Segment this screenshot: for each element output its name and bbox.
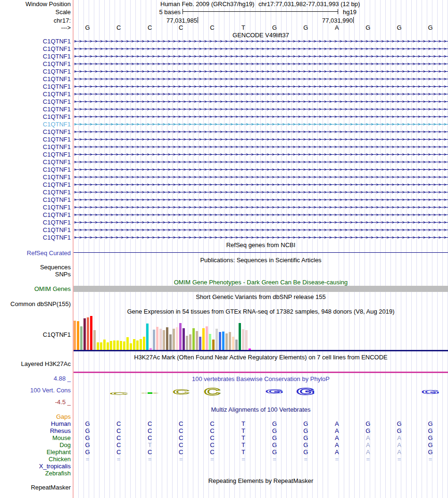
gene-row[interactable]: C1QTNF1>>>>>>>>>>>>>>>>>>>>>>>>>>>>>>>>>… (0, 68, 448, 75)
gene-strand-line[interactable]: >>>>>>>>>>>>>>>>>>>>>>>>>>>>>>>>>>>>>>>>… (74, 83, 448, 91)
repeatmasker-label[interactable]: RepeatMasker (0, 484, 71, 491)
gtex-bar-chart[interactable] (74, 316, 448, 350)
alignment-base: C (165, 441, 197, 448)
gene-strand-line[interactable]: >>>>>>>>>>>>>>>>>>>>>>>>>>>>>>>>>>>>>>>>… (74, 174, 448, 181)
alignment-base: G (259, 427, 290, 434)
species-label[interactable]: Rhesus (0, 427, 71, 434)
gene-strand-line[interactable]: >>>>>>>>>>>>>>>>>>>>>>>>>>>>>>>>>>>>>>>>… (74, 38, 448, 45)
gene-row[interactable]: C1QTNF1>>>>>>>>>>>>>>>>>>>>>>>>>>>>>>>>>… (0, 83, 448, 91)
gene-label: C1QTNF1 (0, 174, 71, 181)
gene-row[interactable]: C1QTNF1>>>>>>>>>>>>>>>>>>>>>>>>>>>>>>>>>… (0, 151, 448, 158)
gene-row[interactable]: C1QTNF1>>>>>>>>>>>>>>>>>>>>>>>>>>>>>>>>>… (0, 121, 448, 128)
gene-strand-line[interactable]: >>>>>>>>>>>>>>>>>>>>>>>>>>>>>>>>>>>>>>>>… (74, 53, 448, 60)
gene-strand-line[interactable]: >>>>>>>>>>>>>>>>>>>>>>>>>>>>>>>>>>>>>>>>… (74, 45, 448, 53)
gene-row[interactable]: C1QTNF1>>>>>>>>>>>>>>>>>>>>>>>>>>>>>>>>>… (0, 91, 448, 98)
gene-row[interactable]: C1QTNF1>>>>>>>>>>>>>>>>>>>>>>>>>>>>>>>>>… (0, 128, 448, 136)
gene-strand-line[interactable]: >>>>>>>>>>>>>>>>>>>>>>>>>>>>>>>>>>>>>>>>… (74, 98, 448, 106)
publications-snps-label[interactable]: SNPs (0, 271, 71, 278)
gtex-bar (83, 318, 86, 350)
gene-strand-line[interactable]: >>>>>>>>>>>>>>>>>>>>>>>>>>>>>>>>>>>>>>>>… (74, 106, 448, 113)
gene-row[interactable]: C1QTNF1>>>>>>>>>>>>>>>>>>>>>>>>>>>>>>>>>… (0, 38, 448, 45)
species-label[interactable]: Chicken (0, 456, 71, 463)
chrom-label: chr17: (0, 17, 71, 24)
gene-strand-line[interactable]: >>>>>>>>>>>>>>>>>>>>>>>>>>>>>>>>>>>>>>>>… (74, 158, 448, 166)
omim-genes-bar[interactable] (74, 286, 448, 292)
phylop-label[interactable]: 100 Vert. Cons (0, 387, 71, 394)
alignment-base: C (103, 420, 134, 427)
gene-strand-line[interactable]: >>>>>>>>>>>>>>>>>>>>>>>>>>>>>>>>>>>>>>>>… (74, 151, 448, 158)
gtex-bar (103, 340, 106, 350)
gene-strand-line[interactable]: >>>>>>>>>>>>>>>>>>>>>>>>>>>>>>>>>>>>>>>>… (74, 181, 448, 189)
gene-strand-line[interactable]: >>>>>>>>>>>>>>>>>>>>>>>>>>>>>>>>>>>>>>>>… (74, 211, 448, 219)
refseq-curated-line[interactable] (74, 252, 448, 253)
gene-strand-line[interactable]: >>>>>>>>>>>>>>>>>>>>>>>>>>>>>>>>>>>>>>>>… (74, 60, 448, 68)
coord-right-label: 77,031,990 (311, 17, 353, 24)
gene-strand-line[interactable]: >>>>>>>>>>>>>>>>>>>>>>>>>>>>>>>>>>>>>>>>… (74, 204, 448, 211)
gaps-label[interactable]: Gaps (0, 413, 71, 420)
gene-strand-line[interactable]: >>>>>>>>>>>>>>>>>>>>>>>>>>>>>>>>>>>>>>>>… (74, 234, 448, 241)
alignment-base: G (259, 420, 290, 427)
gene-strand-line[interactable]: >>>>>>>>>>>>>>>>>>>>>>>>>>>>>>>>>>>>>>>>… (74, 121, 448, 128)
gtex-bar (87, 317, 89, 350)
gene-row[interactable]: C1QTNF1>>>>>>>>>>>>>>>>>>>>>>>>>>>>>>>>>… (0, 234, 448, 241)
gene-strand-line[interactable]: >>>>>>>>>>>>>>>>>>>>>>>>>>>>>>>>>>>>>>>>… (74, 143, 448, 151)
gtex-bar (189, 334, 191, 350)
gene-row[interactable]: C1QTNF1>>>>>>>>>>>>>>>>>>>>>>>>>>>>>>>>>… (0, 211, 448, 219)
gene-strand-line[interactable]: >>>>>>>>>>>>>>>>>>>>>>>>>>>>>>>>>>>>>>>>… (74, 189, 448, 196)
alignment-base: C (103, 427, 134, 434)
h3k27ac-label[interactable]: Layered H3K27Ac (0, 360, 71, 367)
alignment-base: C (196, 441, 228, 448)
gene-row[interactable]: C1QTNF1>>>>>>>>>>>>>>>>>>>>>>>>>>>>>>>>>… (0, 181, 448, 189)
publications-sequences-label[interactable]: Sequences (0, 264, 71, 271)
gene-row[interactable]: C1QTNF1>>>>>>>>>>>>>>>>>>>>>>>>>>>>>>>>>… (0, 113, 448, 121)
species-label[interactable]: Elephant (0, 448, 71, 456)
gene-row[interactable]: C1QTNF1>>>>>>>>>>>>>>>>>>>>>>>>>>>>>>>>>… (0, 226, 448, 234)
gtex-bar (113, 340, 116, 350)
species-label[interactable]: Mouse (0, 434, 71, 441)
gene-row[interactable]: C1QTNF1>>>>>>>>>>>>>>>>>>>>>>>>>>>>>>>>>… (0, 158, 448, 166)
gene-row[interactable]: C1QTNF1>>>>>>>>>>>>>>>>>>>>>>>>>>>>>>>>>… (0, 98, 448, 106)
genome-browser-image: Window Position Human Feb. 2009 (GRCh37/… (0, 0, 448, 498)
window-position-label: Window Position (0, 0, 71, 8)
gene-strand-line[interactable]: >>>>>>>>>>>>>>>>>>>>>>>>>>>>>>>>>>>>>>>>… (74, 128, 448, 136)
gene-row[interactable]: C1QTNF1>>>>>>>>>>>>>>>>>>>>>>>>>>>>>>>>>… (0, 219, 448, 226)
gene-strand-line[interactable]: >>>>>>>>>>>>>>>>>>>>>>>>>>>>>>>>>>>>>>>>… (74, 136, 448, 143)
gtex-bar (186, 336, 188, 350)
gene-row[interactable]: C1QTNF1>>>>>>>>>>>>>>>>>>>>>>>>>>>>>>>>>… (0, 204, 448, 211)
gene-label: C1QTNF1 (0, 128, 71, 136)
dbsnp-label[interactable]: Common dbSNP(155) (0, 300, 71, 307)
gene-strand-line[interactable]: >>>>>>>>>>>>>>>>>>>>>>>>>>>>>>>>>>>>>>>>… (74, 68, 448, 75)
gene-row[interactable]: C1QTNF1>>>>>>>>>>>>>>>>>>>>>>>>>>>>>>>>>… (0, 166, 448, 174)
gene-row[interactable]: C1QTNF1>>>>>>>>>>>>>>>>>>>>>>>>>>>>>>>>>… (0, 196, 448, 204)
gene-strand-line[interactable]: >>>>>>>>>>>>>>>>>>>>>>>>>>>>>>>>>>>>>>>>… (74, 166, 448, 174)
gene-strand-line[interactable]: >>>>>>>>>>>>>>>>>>>>>>>>>>>>>>>>>>>>>>>>… (74, 91, 448, 98)
phylop-max-label: 4.88 _ (0, 375, 71, 382)
gtex-bar (120, 341, 122, 350)
gene-strand-line[interactable]: >>>>>>>>>>>>>>>>>>>>>>>>>>>>>>>>>>>>>>>>… (74, 196, 448, 204)
omim-genes-label[interactable]: OMIM Genes (0, 285, 71, 292)
species-label[interactable]: Zebrafish (0, 470, 71, 477)
gene-row[interactable]: C1QTNF1>>>>>>>>>>>>>>>>>>>>>>>>>>>>>>>>>… (0, 60, 448, 68)
alignment-base: G (383, 420, 415, 427)
gene-strand-line[interactable]: >>>>>>>>>>>>>>>>>>>>>>>>>>>>>>>>>>>>>>>>… (74, 219, 448, 226)
gene-row[interactable]: C1QTNF1>>>>>>>>>>>>>>>>>>>>>>>>>>>>>>>>>… (0, 53, 448, 60)
species-label[interactable]: Human (0, 420, 71, 427)
gene-row[interactable]: C1QTNF1>>>>>>>>>>>>>>>>>>>>>>>>>>>>>>>>>… (0, 174, 448, 181)
gtex-bar (202, 328, 205, 350)
gene-row[interactable]: C1QTNF1>>>>>>>>>>>>>>>>>>>>>>>>>>>>>>>>>… (0, 75, 448, 83)
species-label[interactable]: Dog (0, 441, 71, 448)
gene-row[interactable]: C1QTNF1>>>>>>>>>>>>>>>>>>>>>>>>>>>>>>>>>… (0, 189, 448, 196)
gene-strand-line[interactable]: >>>>>>>>>>>>>>>>>>>>>>>>>>>>>>>>>>>>>>>>… (74, 75, 448, 83)
alignment-equals: = (134, 456, 166, 463)
gene-row[interactable]: C1QTNF1>>>>>>>>>>>>>>>>>>>>>>>>>>>>>>>>>… (0, 106, 448, 113)
phylop-logo-letter: C (107, 392, 131, 396)
species-label[interactable]: X_tropicalis (0, 463, 71, 470)
gene-row[interactable]: C1QTNF1>>>>>>>>>>>>>>>>>>>>>>>>>>>>>>>>>… (0, 143, 448, 151)
gene-row[interactable]: C1QTNF1>>>>>>>>>>>>>>>>>>>>>>>>>>>>>>>>>… (0, 45, 448, 53)
gene-row[interactable]: C1QTNF1>>>>>>>>>>>>>>>>>>>>>>>>>>>>>>>>>… (0, 136, 448, 143)
alignment-base: A (383, 434, 415, 441)
refseq-curated-label[interactable]: RefSeq Curated (0, 249, 71, 257)
gtex-gene-label[interactable]: C1QTNF1 (0, 331, 71, 338)
gene-strand-line[interactable]: >>>>>>>>>>>>>>>>>>>>>>>>>>>>>>>>>>>>>>>>… (74, 113, 448, 121)
gene-strand-line[interactable]: >>>>>>>>>>>>>>>>>>>>>>>>>>>>>>>>>>>>>>>>… (74, 226, 448, 234)
